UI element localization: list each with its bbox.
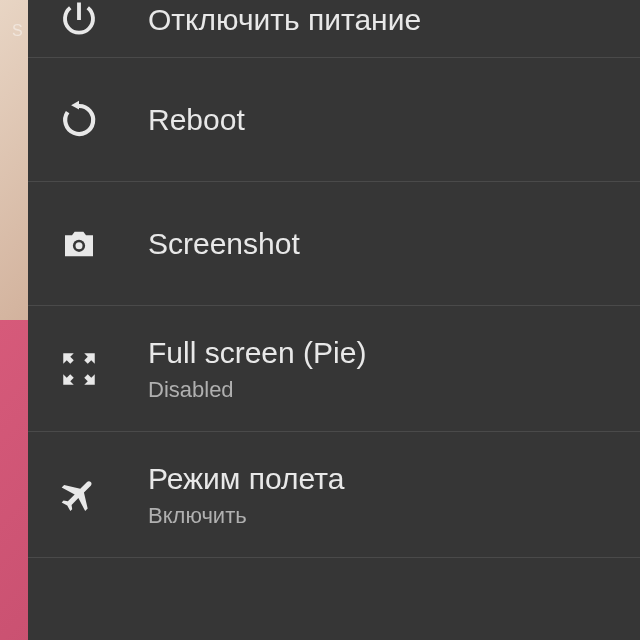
reboot-icon (58, 99, 132, 141)
menu-item-label: Screenshot (148, 226, 300, 262)
menu-item-sublabel: Disabled (148, 377, 366, 403)
menu-item-label: Full screen (Pie) (148, 335, 366, 371)
menu-item-more[interactable] (28, 558, 640, 640)
airplane-icon (58, 474, 132, 516)
power-menu-dialog: Отключить питание Reboot Screenshot (28, 0, 640, 640)
menu-item-screenshot[interactable]: Screenshot (28, 182, 640, 306)
menu-item-reboot[interactable]: Reboot (28, 58, 640, 182)
fullscreen-icon (58, 348, 132, 390)
menu-item-label: Режим полета (148, 461, 344, 497)
menu-item-power-off[interactable]: Отключить питание (28, 0, 640, 58)
svg-point-1 (76, 242, 83, 249)
camera-icon (58, 223, 132, 265)
status-bar-text: S (12, 22, 24, 40)
menu-item-label: Reboot (148, 102, 245, 138)
menu-item-label: Отключить питание (148, 2, 421, 38)
menu-item-airplane-mode[interactable]: Режим полета Включить (28, 432, 640, 558)
menu-item-sublabel: Включить (148, 503, 344, 529)
power-icon (58, 0, 132, 41)
menu-item-fullscreen[interactable]: Full screen (Pie) Disabled (28, 306, 640, 432)
